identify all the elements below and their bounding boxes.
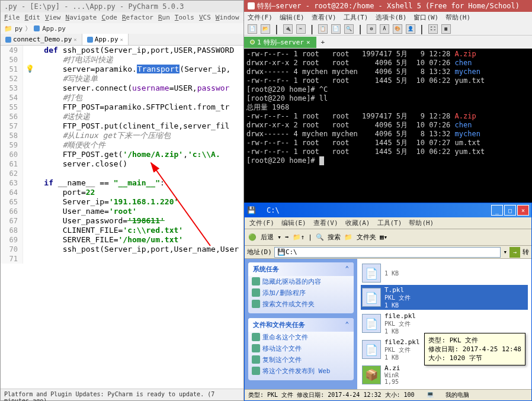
code-line[interactable]: 50 #打电话叫快递 [1, 55, 243, 65]
up-button[interactable]: 📁↑ [293, 233, 305, 241]
file-item[interactable]: 📄T.pklPKL 文件1 KB [361, 285, 528, 310]
task-link[interactable]: 搜索文件或文件夹 [248, 299, 354, 310]
views-button[interactable]: ▦▾ [380, 233, 387, 241]
task-link[interactable]: 隐藏此驱动器的内容 [248, 276, 354, 287]
task-link[interactable]: 重命名这个文件 [248, 332, 354, 343]
color-icon[interactable]: 🎨 [393, 24, 402, 34]
minimize-button[interactable]: _ [491, 205, 503, 216]
code-text[interactable]: #顺便收个件 [23, 140, 105, 150]
task-link[interactable]: 移动这个文件 [248, 343, 354, 354]
task-link[interactable]: 将这个文件发布到 Web [248, 365, 354, 377]
system-tasks-header[interactable]: 系统任务 ⌃ [248, 262, 354, 276]
menu-edit[interactable]: Edit [25, 14, 41, 22]
maximize-button[interactable]: □ [504, 205, 516, 216]
breadcrumb-file[interactable]: App.py [42, 25, 66, 33]
menu-item[interactable]: 工具(T) [377, 219, 402, 227]
find-icon[interactable]: 🔍 [344, 24, 354, 34]
code-text[interactable]: User_name='root' [23, 207, 137, 216]
code-text[interactable]: SERVER_FILE='/home/um.txt' [23, 235, 183, 245]
file-tasks-header[interactable]: 文件和文件夹任务 ⌃ [248, 318, 354, 332]
reconnect-icon[interactable]: 🔌 [283, 24, 293, 34]
code-line[interactable]: 54 #打包 [1, 93, 243, 102]
intention-bulb-icon[interactable]: 💡 [25, 65, 34, 73]
menu-file[interactable]: File [4, 14, 20, 22]
go-button[interactable]: → [509, 247, 520, 258]
file-item[interactable]: 📦A.ziWinR1,95 [361, 363, 528, 386]
code-text[interactable]: User_password='198611' [23, 216, 165, 226]
menu-item[interactable]: 工具(T) [344, 13, 368, 21]
address-input[interactable]: 💾 C:\ [274, 247, 501, 258]
breadcrumb[interactable]: 📁 py 〉 App.py [1, 23, 243, 34]
breadcrumb-root[interactable]: py [15, 25, 23, 33]
menu-item[interactable]: 查看(V) [312, 13, 336, 21]
explorer-toolbar[interactable]: 🟢 后退 ▾ ➡ 📁↑ | 🔍 搜索 📁 文件夹 ▦▾ [245, 229, 531, 246]
code-line[interactable]: 49 def ssh_post(Server_ip,port,USER,PASS… [1, 46, 243, 55]
disconnect-icon[interactable]: ✂ [296, 24, 306, 34]
task-link[interactable]: 复制这个文件 [248, 354, 354, 365]
code-line[interactable]: 68 CLINENT_FILE='c:\\red.txt' [1, 226, 243, 235]
code-text[interactable]: ssh_post(Server_ip,port,User_name,User [23, 245, 239, 254]
menu-item[interactable]: 帮助(H) [409, 219, 434, 227]
open-icon[interactable]: 📂 [261, 24, 270, 34]
new-tab-button[interactable]: + [316, 39, 330, 46]
code-text[interactable]: FTP_POST.get('/home/A.zip','c:\\A. [23, 150, 220, 159]
code-text[interactable]: #从Linux get下来一个压缩包 [23, 131, 171, 140]
menu-navigate[interactable]: Navigate [66, 14, 97, 22]
code-text[interactable]: server.connect(username=USER,passwor [23, 84, 229, 93]
menu-item[interactable]: 编辑(E) [281, 219, 306, 227]
collapse-icon[interactable]: ⌃ [345, 320, 349, 329]
editor-tab[interactable]: App.py× [82, 34, 129, 45]
menu-item[interactable]: 选项卡(B) [376, 13, 407, 21]
code-line[interactable]: 57 FTP_POST.put(clinent_file,server_fil [1, 121, 243, 131]
profile-icon[interactable]: 👤 [406, 24, 415, 34]
tile-icon[interactable]: ▦ [441, 24, 451, 34]
code-line[interactable]: 71 [1, 254, 243, 264]
menu-view[interactable]: View [45, 14, 61, 22]
code-text[interactable]: #打电话叫快递 [23, 55, 113, 65]
file-item[interactable]: 📄file.pklPKL 文件1 KB [361, 311, 528, 336]
code-line[interactable]: 55 FTP_POST=paramiko.SFTPClient.from_tr [1, 102, 243, 112]
code-text[interactable]: #写快递单 [23, 74, 98, 84]
folders-button[interactable]: 📁 文件夹 [344, 233, 376, 242]
code-line[interactable]: 67 User_password='198611' [1, 216, 243, 226]
code-text[interactable]: Server_ip='191.168.1.220' [23, 197, 178, 207]
code-text[interactable]: #送快递 [23, 112, 90, 121]
code-text[interactable]: if __name__ == "__main__": [23, 178, 165, 188]
xshell-toolbar[interactable]: 📄 📂 | 🔌 ✂ | 📋 📄 🔍 | ⚙ A 🎨 👤 | ⛶ ▦ [244, 23, 532, 36]
code-line[interactable]: 59 #顺便收个件 [1, 140, 243, 150]
code-line[interactable]: 61 server.close() [1, 159, 243, 169]
code-line[interactable]: 58 #从Linux get下来一个压缩包 [1, 131, 243, 140]
font-icon[interactable]: A [380, 24, 389, 34]
paste-icon[interactable]: 📄 [331, 24, 341, 34]
close-icon[interactable]: × [73, 37, 76, 43]
close-button[interactable]: × [517, 205, 529, 216]
tab-close-x[interactable]: × [306, 39, 310, 46]
terminal-output[interactable]: -rw-r--r-- 1 root root 1997417 5月 9 12:2… [244, 49, 532, 203]
properties-icon[interactable]: ⚙ [367, 24, 376, 34]
code-editor[interactable]: 💡 49 def ssh_post(Server_ip,port,USER,PA… [1, 46, 243, 388]
code-text[interactable]: FTP_POST.put(clinent_file,server_fil [23, 121, 229, 131]
menu-item[interactable]: 窗口(W) [414, 13, 438, 21]
code-line[interactable]: 60 FTP_POST.get('/home/A.zip','c:\\A. [1, 150, 243, 159]
task-link[interactable]: 添加/删除程序 [248, 287, 354, 299]
code-line[interactable]: 52 #写快递单 [1, 74, 243, 84]
file-item[interactable]: 📄1 KB [361, 262, 528, 284]
explorer-menu-bar[interactable]: 文件(F)编辑(E)查看(V)收藏(A)工具(T)帮助(H) [245, 217, 531, 229]
xshell-menu-bar[interactable]: 文件(F)编辑(E)查看(V)工具(T)选项卡(B)窗口(W)帮助(H) [244, 12, 532, 23]
menu-item[interactable]: 帮助(H) [446, 13, 470, 21]
code-line[interactable]: 69 SERVER_FILE='/home/um.txt' [1, 235, 243, 245]
back-button[interactable]: 🟢 后退 ▾ [248, 233, 281, 242]
collapse-icon[interactable]: ⌃ [345, 265, 349, 274]
file-list[interactable]: 📄1 KB📄T.pklPKL 文件1 KB📄file.pklPKL 文件1 KB… [357, 259, 531, 389]
close-icon[interactable]: × [120, 37, 123, 43]
menu-refactor[interactable]: Refactor [122, 14, 153, 22]
menu-item[interactable]: 文件(F) [249, 219, 274, 227]
search-button[interactable]: 🔍 搜索 [316, 233, 341, 242]
menu-run[interactable]: Run [158, 14, 170, 22]
fullscreen-icon[interactable]: ⛶ [428, 24, 438, 34]
menu-item[interactable]: 收藏(A) [345, 219, 370, 227]
code-line[interactable]: 64 port=22 [1, 188, 243, 197]
code-line[interactable]: 66 User_name='root' [1, 207, 243, 216]
code-text[interactable]: FTP_POST=paramiko.SFTPClient.from_tr [23, 102, 229, 112]
copy-icon[interactable]: 📋 [318, 24, 328, 34]
